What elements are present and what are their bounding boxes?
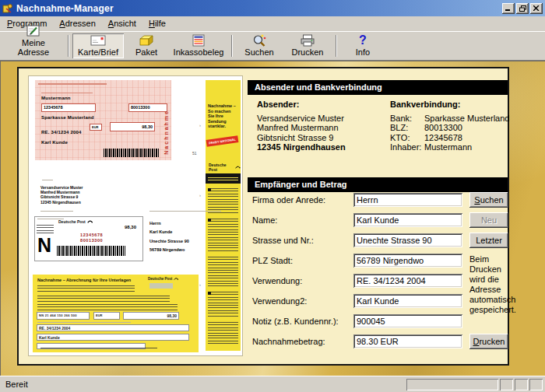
preview-recipient-block: Herrn Karl Kunde Unechte Strasse 90 5678… (149, 219, 189, 254)
close-button[interactable] (530, 3, 543, 14)
bank-row-label: BLZ: (390, 123, 424, 133)
slip-bank-name: Sparkasse Musterland (41, 115, 94, 120)
toolbar-paket-button[interactable]: Paket (124, 33, 169, 58)
status-pane (500, 379, 513, 390)
preview-sender-block: Versandservice Muster Manfred Mustermann… (40, 185, 83, 205)
menu-hilfe[interactable]: Hilfe (142, 17, 172, 30)
card-letter-icon (89, 33, 107, 47)
notiz-input[interactable] (353, 314, 462, 328)
settlement-micro-text (37, 285, 135, 293)
slip-account-holder: Mustermann (41, 96, 71, 100)
deutsche-post-brand: Deutsche Post (148, 277, 178, 281)
instruction-text-lines (208, 257, 238, 288)
toolbar-separator (231, 35, 233, 57)
settlement-currency-box: EUR (93, 312, 120, 320)
toolbar-suchen-button[interactable]: Suchen (236, 33, 283, 58)
slip-account-box: 12345678 (41, 103, 96, 112)
settlement-brand-text: Deutsche Post (148, 277, 172, 281)
form-row-betrag: Nachnahmebetrag: Drucken (249, 334, 511, 352)
bank-row-label: Inhaber: (390, 142, 424, 152)
fold-mark: › (199, 193, 201, 198)
slip-header-text-lines (38, 83, 107, 85)
form-row-anrede: Firma oder Anrede: Suchen (249, 193, 511, 210)
app-window: Nachnahme-Manager Programm Adressen Ansi… (0, 0, 545, 392)
address-edit-icon (24, 24, 43, 38)
toolbar-meine-adresse-button[interactable]: Meine Adresse (2, 33, 65, 58)
form-row-strasse: Strasse und Nr.: Letzter (249, 233, 511, 250)
recipient-form: Firma oder Anrede: Suchen Name: Neu Stra… (249, 190, 511, 361)
posthorn-icon (87, 219, 93, 224)
slip-payer: Karl Kunde (41, 140, 68, 145)
slip-barcode (104, 149, 160, 157)
toolbar-inkassobeleg-button[interactable]: Inkassobeleg (169, 33, 228, 58)
letzter-button[interactable]: Letzter (469, 233, 508, 248)
recipient-section-title: Empfänger und Betrag (255, 180, 347, 189)
slip-blz-box: 80013300 (128, 103, 167, 112)
deutsche-post-brand: Deutsche Post (209, 163, 241, 172)
toolbar-info-button[interactable]: ? Info (340, 33, 385, 58)
restore-button[interactable] (516, 3, 529, 14)
recipient-caption-line (149, 211, 221, 212)
status-text: Bereit (5, 380, 405, 389)
payment-slip-preview: Mustermann 12345678 80013300 Sparkasse M… (35, 80, 171, 160)
settlement-form: Nachnahme – Abrechnung für Ihre Unterlag… (33, 275, 199, 352)
instruction-text-lines (208, 219, 238, 253)
menu-ansicht[interactable]: Ansicht (102, 17, 142, 30)
sender-section-header: Absender und Bankverbindung (248, 80, 508, 95)
field-label: Strasse und Nr.: (252, 236, 314, 245)
label-blz: 80013300 (80, 238, 103, 243)
app-icon (2, 3, 13, 14)
printer-icon (298, 33, 317, 47)
neu-button: Neu (469, 212, 508, 228)
posthorn-icon (235, 165, 241, 170)
nachnahmebetrag-input[interactable] (353, 334, 462, 348)
bank-row: BLZ: 80013300 (390, 123, 512, 133)
franking-label: Deutsche Post 98,30 12345678 80013300 N (34, 216, 143, 261)
verwendung2-input[interactable] (353, 294, 462, 308)
status-pane (529, 379, 543, 390)
anrede-input[interactable] (353, 193, 462, 207)
toolbar-label: Meine Adresse (5, 38, 62, 57)
settlement-name-box: Karl Kunde (37, 334, 189, 341)
instruction-text-lines (208, 292, 238, 318)
toolbar-drucken-button[interactable]: Drucken (283, 33, 332, 58)
card-caption-line (40, 211, 73, 212)
minimize-button[interactable] (502, 3, 515, 14)
workspace-background: Mustermann 12345678 80013300 Sparkasse M… (0, 61, 545, 376)
window-title: Nachnahme-Manager (16, 3, 499, 14)
menu-adressen[interactable]: Adressen (53, 17, 101, 30)
settlement-brand-box (149, 283, 173, 289)
content-panel: Mustermann 12345678 80013300 Sparkasse M… (17, 67, 509, 366)
suchen-button[interactable]: Suchen (469, 192, 508, 208)
collection-receipt-icon (189, 33, 208, 47)
slip-currency-box: EUR (90, 124, 102, 131)
preview-recipient-line: Karl Kunde (149, 228, 189, 236)
sender-section-title: Absender und Bankverbindung (255, 82, 382, 92)
strasse-input[interactable] (353, 233, 462, 247)
instruction-bullet (208, 219, 211, 222)
plz-stadt-input[interactable] (353, 254, 462, 268)
field-label: Notiz (z.B. Kundennr.): (252, 317, 339, 326)
absender-line: Versandservice Muster (257, 114, 388, 124)
drucken-button[interactable]: Drucken (469, 334, 508, 349)
name-input[interactable] (353, 213, 462, 227)
save-note: Beim Drucken wird die Adresse automatisc… (469, 254, 515, 315)
absender-line: Gibtsnicht Strasse 9 (257, 133, 388, 143)
label-barcode (57, 246, 125, 256)
promo-black-bar (206, 173, 241, 184)
settlement-micro-text (37, 296, 170, 303)
toolbar-label: Suchen (244, 47, 273, 57)
titlebar: Nachnahme-Manager (0, 0, 545, 16)
toolbar-separator (336, 35, 337, 57)
absender-title: Absender: (257, 100, 388, 110)
instruction-bullet (208, 188, 211, 191)
menubar: Programm Adressen Ansicht Hilfe (0, 16, 545, 31)
preview-recipient-line: 56789 Nirgendwo (149, 246, 189, 254)
toolbar-karte-brief-button[interactable]: Karte/Brief (72, 33, 124, 58)
verwendung-input[interactable] (353, 274, 462, 288)
settlement-footer-text (40, 348, 157, 350)
promo-brand-text: Deutsche Post (209, 163, 234, 172)
toolbar-label: Inkassobeleg (174, 47, 224, 57)
form-row-notiz: Notiz (z.B. Kundennr.): (249, 314, 511, 331)
bank-row: Inhaber: Mustermann (390, 142, 512, 152)
